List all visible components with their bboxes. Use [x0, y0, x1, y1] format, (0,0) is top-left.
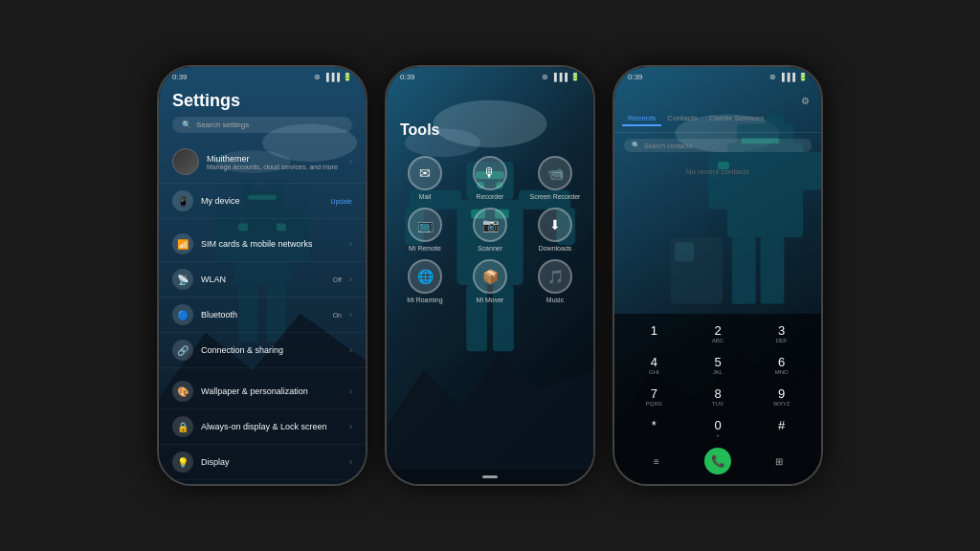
tab-carrier-services[interactable]: Carrier Services — [703, 112, 769, 126]
sim-icon: 📶 — [172, 233, 193, 254]
dialpad-key-3[interactable]: 3 DEF — [751, 320, 812, 347]
bluetooth-icon: 🔵 — [172, 304, 193, 325]
settings-item-connection[interactable]: 🔗 Connection & sharing › — [159, 333, 366, 368]
dialer-signal-icon: ▐▐▐ — [779, 73, 795, 81]
dialer-status-time: 0:39 — [628, 73, 643, 81]
music-label: Music — [546, 297, 564, 303]
settings-item-display[interactable]: 💡 Display › — [159, 445, 366, 480]
bluetooth-status: On — [333, 312, 342, 319]
dialpad-num-7: 7 — [651, 386, 657, 401]
sim-label: SIM cards & mobile networks — [201, 239, 342, 249]
gear-icon[interactable]: ⚙ — [801, 96, 810, 106]
tool-mi-mover[interactable]: 📦 Mi Mover — [461, 259, 519, 303]
settings-search-bar[interactable]: 🔍 Search settings — [172, 117, 352, 133]
tool-mi-remote[interactable]: 📺 Mi Remote — [396, 208, 454, 252]
tool-screen-recorder[interactable]: 📹 Screen Recorder — [526, 156, 584, 200]
dialpad-menu-button[interactable]: ≡ — [643, 448, 670, 474]
dialpad-num-9: 9 — [778, 386, 785, 401]
always-on-chevron-icon: › — [349, 422, 352, 431]
tool-music[interactable]: 🎵 Music — [526, 259, 584, 303]
recorder-label: Recorder — [477, 193, 504, 200]
dialpad-key-8[interactable]: 8 TUV — [688, 383, 748, 410]
avatar — [172, 148, 199, 175]
dialpad-sub-2: ABC — [712, 338, 724, 343]
nav-dot — [482, 475, 498, 478]
tool-scanner[interactable]: 📷 Scanner — [461, 208, 519, 252]
downloads-label: Downloads — [539, 245, 572, 252]
wlan-label: WLAN — [201, 275, 325, 284]
dialer-status-icons: ⊛ ▐▐▐ 🔋 — [769, 73, 808, 81]
tool-downloads[interactable]: ⬇ Downloads — [526, 208, 584, 252]
bluetooth-content: Bluetooth — [201, 310, 325, 320]
contacts-search-bar[interactable]: 🔍 Search contacts — [624, 139, 812, 152]
settings-item-bluetooth[interactable]: 🔵 Bluetooth On › — [159, 298, 366, 333]
wallpaper-chevron-icon: › — [349, 386, 352, 396]
dialpad-key-hash[interactable]: # — [751, 414, 812, 442]
tools-battery-icon: 🔋 — [570, 73, 580, 81]
dialpad-key-9[interactable]: 9 WXYZ — [751, 383, 812, 410]
dialpad-key-0[interactable]: 0 + — [688, 414, 748, 442]
sim-chevron-icon: › — [349, 239, 352, 249]
tab-recents[interactable]: Recents — [622, 112, 661, 126]
connection-chevron-icon: › — [349, 345, 352, 355]
downloads-icon: ⬇ — [538, 208, 572, 242]
scanner-icon: 📷 — [473, 208, 507, 242]
dialpad-key-4[interactable]: 4 GHI — [624, 351, 684, 379]
wlan-icon: 📡 — [172, 269, 193, 290]
dialpad-num-star: * — [652, 418, 657, 432]
search-icon: 🔍 — [182, 121, 191, 129]
dialpad-key-2[interactable]: 2 ABC — [688, 320, 748, 347]
dialpad-key-5[interactable]: 5 JKL — [688, 351, 748, 379]
screen-recorder-icon: 📹 — [538, 156, 572, 190]
tab-contacts[interactable]: Contacts — [661, 112, 703, 126]
dialpad-sub-3: DEF — [776, 338, 788, 343]
tool-mail[interactable]: ✉ Mail — [396, 156, 454, 200]
wlan-status: Off — [333, 276, 342, 283]
dialpad-keyboard-button[interactable]: ⊞ — [766, 448, 792, 474]
profile-subtitle: Manage accounts, cloud services, and mor… — [207, 164, 342, 170]
dialpad-num-2: 2 — [714, 323, 721, 338]
settings-title: Settings — [159, 83, 366, 117]
status-time: 0:39 — [172, 73, 188, 81]
settings-item-sim[interactable]: 📶 SIM cards & mobile networks › — [159, 227, 366, 262]
dialpad-key-7[interactable]: 7 PQRS — [624, 383, 684, 410]
dialpad-key-1[interactable]: 1 — [624, 320, 684, 347]
dialpad-key-star[interactable]: * — [624, 414, 684, 442]
phone-settings: 0:39 ⊛ ▐▐▐ 🔋 Settings 🔍 Search settings … — [157, 65, 368, 486]
dialpad-key-6[interactable]: 6 MNO — [751, 351, 812, 379]
wallpaper-label: Wallpaper & personalization — [201, 386, 342, 396]
dialpad-num-8: 8 — [714, 386, 721, 401]
dialpad-bottom: ≡ 📞 ⊞ — [624, 442, 812, 474]
bluetooth-status-icon: ⊛ — [314, 73, 321, 81]
tools-title: Tools — [387, 83, 593, 148]
mail-icon: ✉ — [408, 156, 442, 190]
settings-item-always-on[interactable]: 🔒 Always-on display & Lock screen › — [159, 409, 366, 445]
dialpad-sub-5: JKL — [713, 369, 723, 375]
profile-item[interactable]: Miuithemer Manage accounts, cloud servic… — [159, 141, 366, 184]
settings-item-wallpaper[interactable]: 🎨 Wallpaper & personalization › — [159, 374, 366, 409]
my-device-icon: 📱 — [172, 190, 193, 211]
phone-dialer: 0:39 ⊛ ▐▐▐ 🔋 ⚙ Recents Contacts Carrier … — [612, 65, 823, 486]
dialpad-sub-7: PQRS — [646, 401, 662, 407]
settings-item-wlan[interactable]: 📡 WLAN Off › — [159, 262, 366, 298]
mi-roaming-icon: 🌐 — [408, 259, 442, 294]
tool-recorder[interactable]: 🎙 Recorder — [461, 156, 519, 200]
settings-item-my-device[interactable]: 📱 My device Update — [159, 184, 366, 219]
contacts-search-icon: 🔍 — [632, 142, 640, 149]
my-device-content: My device — [201, 196, 323, 206]
mi-remote-icon: 📺 — [408, 208, 442, 242]
connection-icon: 🔗 — [172, 340, 193, 361]
connection-label: Connection & sharing — [201, 345, 342, 355]
dialer-battery-icon: 🔋 — [798, 73, 808, 81]
status-bar-dialer: 0:39 ⊛ ▐▐▐ 🔋 — [614, 67, 821, 83]
battery-icon: 🔋 — [343, 73, 352, 81]
status-bar-tools: 0:39 ⊛ ▐▐▐ 🔋 — [387, 67, 593, 83]
sim-content: SIM cards & mobile networks — [201, 239, 342, 249]
dialpad-call-button[interactable]: 📞 — [704, 448, 731, 474]
tool-mi-roaming[interactable]: 🌐 Mi Roaming — [396, 259, 454, 303]
mi-mover-icon: 📦 — [473, 259, 507, 294]
status-bar: 0:39 ⊛ ▐▐▐ 🔋 — [159, 67, 366, 83]
dialpad-grid: 1 2 ABC 3 DEF 4 GHI — [624, 320, 812, 442]
dialpad-num-1: 1 — [651, 323, 657, 338]
tools-grid: ✉ Mail 🎙 Recorder 📹 Screen Recorder 📺 Mi… — [387, 148, 593, 311]
